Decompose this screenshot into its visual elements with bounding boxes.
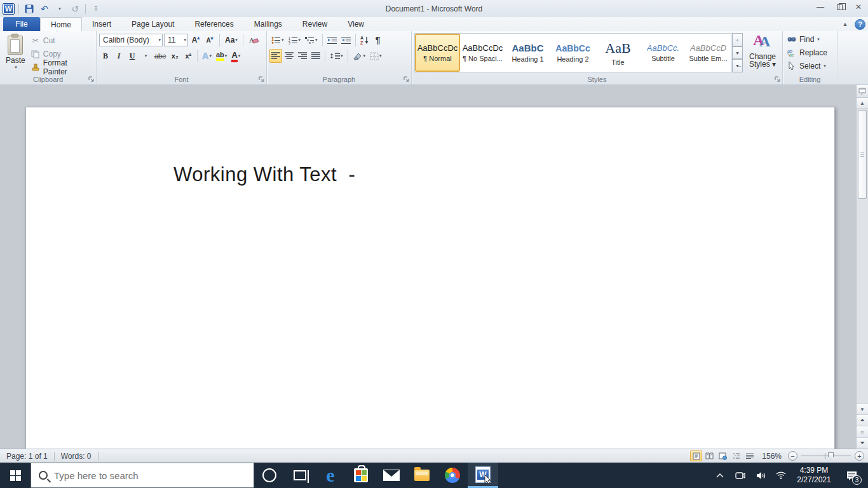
scroll-up-button[interactable]: ▲ xyxy=(857,98,868,109)
style-subtitle[interactable]: AaBbCc. Subtitle xyxy=(641,34,686,72)
styles-scroll-up[interactable]: ▲ xyxy=(732,33,743,46)
style-no-spacing[interactable]: AaBbCcDc ¶ No Spaci... xyxy=(460,34,505,72)
taskbar-search[interactable] xyxy=(31,463,254,488)
change-case-button[interactable]: Aa▾ xyxy=(223,33,240,47)
page-indicator[interactable]: Page: 1 of 1 xyxy=(0,449,54,463)
find-button[interactable]: Find▾ xyxy=(785,33,829,45)
styles-dialog-launcher[interactable] xyxy=(774,76,781,83)
font-size-combo[interactable]: 11 ▾ xyxy=(164,34,188,46)
tab-references[interactable]: References xyxy=(184,17,243,31)
clear-formatting-button[interactable]: A xyxy=(247,33,261,47)
highlight-button[interactable]: ab▾ xyxy=(214,49,229,63)
cortana-button[interactable] xyxy=(254,463,285,488)
style-heading1[interactable]: AaBbC Heading 1 xyxy=(505,34,550,72)
zoom-slider[interactable] xyxy=(801,451,851,461)
previous-page-button[interactable]: ⏶ xyxy=(857,414,868,426)
paste-button[interactable]: Paste ▾ xyxy=(3,33,29,74)
superscript-button[interactable]: x² xyxy=(182,49,194,63)
font-dialog-launcher[interactable] xyxy=(258,76,265,83)
cut-button[interactable]: ✂ Cut xyxy=(29,34,93,47)
shrink-font-button[interactable]: A▾ xyxy=(203,33,216,47)
align-right-button[interactable] xyxy=(296,49,309,63)
select-button[interactable]: Select▾ xyxy=(785,60,829,72)
format-painter-button[interactable]: Format Painter xyxy=(29,61,93,74)
zoom-slider-thumb[interactable] xyxy=(828,452,834,459)
line-spacing-button[interactable]: ▾ xyxy=(328,49,345,63)
volume-icon[interactable] xyxy=(751,463,770,488)
borders-button[interactable]: ▾ xyxy=(368,49,384,63)
wifi-icon[interactable] xyxy=(771,463,790,488)
clipboard-dialog-launcher[interactable] xyxy=(88,76,95,83)
style-title[interactable]: AaB Title xyxy=(595,34,641,72)
meet-now-icon[interactable] xyxy=(731,463,750,488)
align-left-button[interactable] xyxy=(269,49,282,63)
outline-view-button[interactable] xyxy=(730,451,742,461)
next-page-button[interactable]: ⏷ xyxy=(857,437,868,449)
scrollbar-track[interactable] xyxy=(857,109,868,403)
show-hidden-icons-button[interactable] xyxy=(710,463,729,488)
style-subtle-emphasis[interactable]: AaBbCcD Subtle Em... xyxy=(686,34,731,72)
file-explorer-taskbar-button[interactable] xyxy=(407,463,437,488)
start-button[interactable] xyxy=(0,463,31,488)
tab-page-layout[interactable]: Page Layout xyxy=(121,17,184,31)
increase-indent-button[interactable] xyxy=(339,33,353,47)
zoom-in-button[interactable]: + xyxy=(855,451,864,461)
styles-more-button[interactable]: ▼̶ xyxy=(732,59,743,72)
select-browse-object-button[interactable]: ○ xyxy=(857,426,868,437)
change-styles-button[interactable]: AA Change Styles ▾ xyxy=(745,33,780,69)
save-button[interactable] xyxy=(23,3,36,15)
search-input[interactable] xyxy=(54,470,219,481)
print-layout-view-button[interactable] xyxy=(690,451,702,461)
repeat-button[interactable]: ↺ xyxy=(69,3,81,15)
bold-button[interactable]: B xyxy=(99,49,112,63)
mail-taskbar-button[interactable] xyxy=(376,463,407,488)
scroll-down-button[interactable]: ▼ xyxy=(857,403,868,414)
action-center-button[interactable]: 3 xyxy=(837,463,865,488)
tab-file[interactable]: File xyxy=(3,17,40,31)
customize-qat-dropdown[interactable]: ▿̄ xyxy=(90,3,102,15)
underline-dropdown[interactable]: ▾ xyxy=(139,49,152,63)
show-hide-pilcrow-button[interactable]: ¶ xyxy=(372,33,384,47)
web-layout-view-button[interactable] xyxy=(717,451,729,461)
undo-button[interactable]: ↶ xyxy=(38,3,51,15)
restore-button[interactable] xyxy=(830,0,849,14)
word-app-icon[interactable]: W xyxy=(3,3,15,15)
subscript-button[interactable]: x₂ xyxy=(168,49,181,63)
replace-button[interactable]: abac Replace xyxy=(785,46,829,58)
draft-view-button[interactable] xyxy=(743,451,756,461)
styles-scroll-down[interactable]: ▼ xyxy=(732,46,743,60)
minimize-button[interactable]: — xyxy=(811,0,830,14)
sort-button[interactable]: AZ xyxy=(358,33,371,47)
view-ruler-button[interactable] xyxy=(857,85,868,98)
minimize-ribbon-button[interactable]: ▲ xyxy=(839,19,851,29)
justify-button[interactable] xyxy=(309,49,322,63)
decrease-indent-button[interactable] xyxy=(325,33,339,47)
strikethrough-button[interactable]: abe xyxy=(153,49,168,63)
multilevel-list-button[interactable]: ▾ xyxy=(303,33,320,47)
fullscreen-reading-view-button[interactable] xyxy=(703,451,715,461)
font-color-button[interactable]: A▾ xyxy=(229,49,242,63)
tab-mailings[interactable]: Mailings xyxy=(244,17,292,31)
numbering-button[interactable]: 123▾ xyxy=(287,33,303,47)
store-taskbar-button[interactable] xyxy=(346,463,376,488)
taskbar-clock[interactable]: 4:39 PM 2/27/2021 xyxy=(792,466,836,485)
font-name-combo[interactable]: Calibri (Body) ▾ xyxy=(99,34,163,46)
edge-taskbar-button[interactable]: e xyxy=(315,463,346,488)
document-area[interactable]: Working With Text - xyxy=(0,85,868,449)
align-center-button[interactable] xyxy=(283,49,295,63)
text-effects-button[interactable]: A▾ xyxy=(200,49,214,63)
help-button[interactable]: ? xyxy=(855,19,865,30)
zoom-level[interactable]: 156% xyxy=(757,452,787,461)
scrollbar-thumb[interactable] xyxy=(858,110,867,199)
grow-font-button[interactable]: A▴ xyxy=(189,33,202,47)
tab-view[interactable]: View xyxy=(337,17,374,31)
chrome-taskbar-button[interactable] xyxy=(437,463,468,488)
task-view-button[interactable] xyxy=(285,463,315,488)
bullets-button[interactable]: ▾ xyxy=(269,33,286,47)
style-heading2[interactable]: AaBbCc Heading 2 xyxy=(550,34,595,72)
zoom-out-button[interactable]: − xyxy=(788,451,797,461)
underline-button[interactable]: U xyxy=(126,49,139,63)
word-taskbar-button[interactable]: W xyxy=(468,463,498,488)
style-normal[interactable]: AaBbCcDc ¶ Normal xyxy=(415,34,460,72)
undo-dropdown[interactable]: ▾ xyxy=(53,3,66,15)
